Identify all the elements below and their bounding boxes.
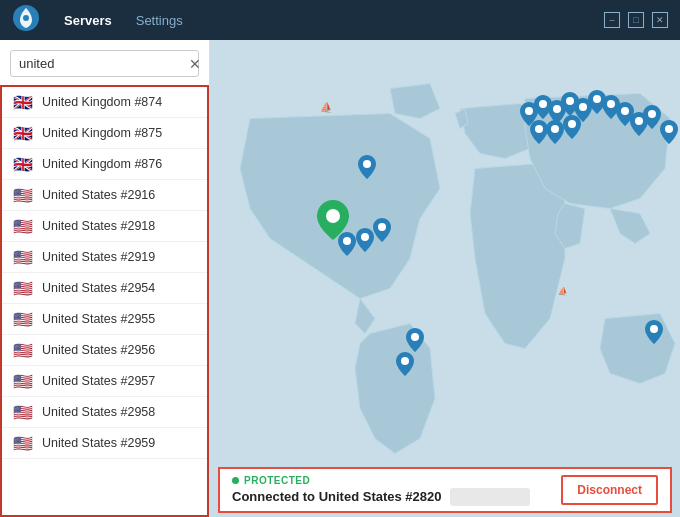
svg-point-1 [23,15,29,21]
svg-point-11 [593,95,601,103]
close-button[interactable]: ✕ [652,12,668,28]
server-name: United States #2918 [42,219,155,233]
window-controls: – □ ✕ [604,12,668,28]
server-name: United States #2955 [42,312,155,326]
flag-icon: 🇺🇸 [12,311,34,327]
main-layout: ✕ 🇬🇧United Kingdom #874🇬🇧United Kingdom … [0,40,680,517]
sidebar: ✕ 🇬🇧United Kingdom #874🇬🇧United Kingdom … [0,40,210,517]
svg-point-15 [648,110,656,118]
server-name: United Kingdom #876 [42,157,162,171]
server-list-item[interactable]: 🇺🇸United States #2956 [2,335,207,366]
svg-point-14 [635,117,643,125]
server-list: 🇬🇧United Kingdom #874🇬🇧United Kingdom #8… [0,85,209,517]
svg-point-21 [401,357,409,365]
svg-point-12 [607,100,615,108]
search-box: ✕ [10,50,199,77]
map-pin-australia[interactable] [645,320,663,348]
server-list-item[interactable]: 🇺🇸United States #2955 [2,304,207,335]
map-pin-us-4[interactable] [373,218,391,246]
svg-point-25 [361,233,369,241]
map-pin-mid-3[interactable] [563,115,581,143]
svg-point-6 [525,107,533,115]
flag-icon: 🇺🇸 [12,249,34,265]
title-bar: Servers Settings – □ ✕ [0,0,680,40]
svg-point-7 [539,100,547,108]
app-logo [12,4,40,36]
svg-point-23 [326,209,340,223]
svg-text:⛵: ⛵ [320,101,333,114]
flag-icon: 🇺🇸 [12,218,34,234]
svg-point-16 [535,125,543,133]
search-container: ✕ [0,40,209,85]
green-dot-icon [232,477,239,484]
server-list-item[interactable]: 🇺🇸United States #2916 [2,180,207,211]
flag-icon: 🇺🇸 [12,373,34,389]
server-list-item[interactable]: 🇺🇸United States #2918 [2,211,207,242]
map-pin-europe-10[interactable] [643,105,661,133]
flag-icon: 🇬🇧 [12,94,34,110]
search-input[interactable] [19,56,187,71]
svg-point-24 [343,237,351,245]
server-list-item[interactable]: 🇬🇧United Kingdom #876 [2,149,207,180]
map-pin-us-3[interactable] [356,228,374,256]
server-name: United States #2956 [42,343,155,357]
svg-point-19 [665,125,673,133]
status-bar: PROTECTED Connected to United States #28… [218,467,672,513]
server-name: United States #2958 [42,405,155,419]
svg-point-13 [621,107,629,115]
server-list-item[interactable]: 🇺🇸United States #2957 [2,366,207,397]
server-name: United States #2957 [42,374,155,388]
server-name: United States #2959 [42,436,155,450]
svg-point-17 [551,125,559,133]
server-name: United Kingdom #874 [42,95,162,109]
status-wrapper: PROTECTED Connected to United States #28… [210,463,680,517]
server-name: United States #2916 [42,188,155,202]
flag-icon: 🇺🇸 [12,342,34,358]
ip-address [450,488,530,506]
flag-icon: 🇺🇸 [12,280,34,296]
server-name: United States #2954 [42,281,155,295]
tab-settings[interactable]: Settings [128,9,191,32]
svg-point-9 [566,97,574,105]
svg-point-27 [363,160,371,168]
map-pin-us-2[interactable] [338,232,356,260]
map-pin-mid-2[interactable] [546,120,564,148]
map-pin-sa-2[interactable] [396,352,414,380]
clear-button[interactable]: ✕ [187,57,203,71]
maximize-button[interactable]: □ [628,12,644,28]
flag-icon: 🇺🇸 [12,435,34,451]
svg-point-10 [579,103,587,111]
minimize-button[interactable]: – [604,12,620,28]
status-protected-row: PROTECTED [232,475,551,486]
protected-label: PROTECTED [244,475,310,486]
disconnect-button[interactable]: Disconnect [561,475,658,505]
svg-text:⛵: ⛵ [558,286,568,296]
map-pin-canada[interactable] [358,155,376,183]
server-name: United Kingdom #875 [42,126,162,140]
status-info: PROTECTED Connected to United States #28… [232,475,551,506]
server-list-item[interactable]: 🇬🇧United Kingdom #875 [2,118,207,149]
map-pin-far-right[interactable] [660,120,678,148]
svg-point-18 [568,120,576,128]
svg-point-22 [650,325,658,333]
flag-icon: 🇺🇸 [12,187,34,203]
svg-point-20 [411,333,419,341]
server-list-item[interactable]: 🇺🇸United States #2959 [2,428,207,459]
tab-servers[interactable]: Servers [56,9,120,32]
nav-tabs: Servers Settings [56,9,191,32]
svg-point-26 [378,223,386,231]
server-list-item[interactable]: 🇺🇸United States #2919 [2,242,207,273]
server-list-item[interactable]: 🇺🇸United States #2954 [2,273,207,304]
flag-icon: 🇬🇧 [12,125,34,141]
flag-icon: 🇺🇸 [12,404,34,420]
svg-point-8 [553,105,561,113]
server-list-item[interactable]: 🇬🇧United Kingdom #874 [2,87,207,118]
map-area: ⛵ ⛵ ⛵ [210,40,680,517]
server-name: United States #2919 [42,250,155,264]
server-list-item[interactable]: 🇺🇸United States #2958 [2,397,207,428]
connected-text: Connected to United States #2820 [232,489,442,504]
flag-icon: 🇬🇧 [12,156,34,172]
